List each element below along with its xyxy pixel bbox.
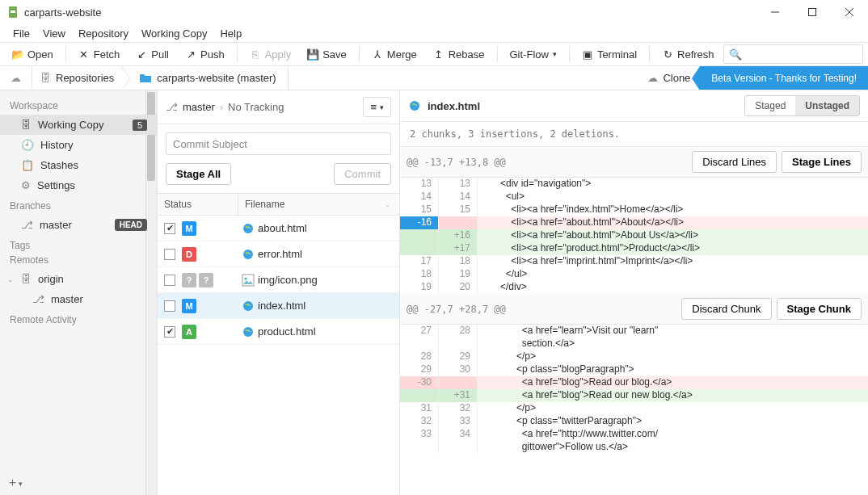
html-file-icon <box>242 300 255 313</box>
search-input[interactable]: 🔍 <box>723 44 863 64</box>
file-row[interactable]: Mabout.html <box>158 216 399 241</box>
breadcrumb-current-repo[interactable]: carparts-website (master) <box>123 66 288 90</box>
stage-checkbox[interactable] <box>164 300 175 312</box>
hunk-header-1: @@ -13,7 +13,8 @@ Discard Lines Stage Li… <box>400 147 868 178</box>
stage-checkbox[interactable] <box>164 249 175 260</box>
expand-icon[interactable]: ⌵ <box>8 275 12 283</box>
diff-line[interactable]: 3334 <a href="http://www.twitter.com/ <box>400 428 868 441</box>
app-icon <box>6 6 19 19</box>
terminal-button[interactable]: ▣Terminal <box>575 45 644 64</box>
sidebar-heading-workspace: Workspace <box>0 95 157 115</box>
refresh-icon: ↻ <box>662 48 673 60</box>
diff-line[interactable]: +16 <li><a href="about.html">About Us</a… <box>400 229 868 242</box>
stage-lines-button[interactable]: Stage Lines <box>782 151 862 173</box>
staged-unstaged-toggle[interactable]: Staged Unstaged <box>744 95 860 116</box>
gitflow-button[interactable]: Git-Flow ▾ <box>503 45 564 64</box>
file-row[interactable]: ??img/icon.png <box>158 267 399 293</box>
menu-working-copy[interactable]: Working Copy <box>135 26 213 41</box>
branch-icon: ⎇ <box>166 101 178 113</box>
close-button[interactable] <box>831 0 868 24</box>
tab-unstaged[interactable]: Unstaged <box>795 96 859 115</box>
pull-icon: ↙ <box>136 48 147 60</box>
sidebar-item-working-copy[interactable]: 🗄 Working Copy 5 <box>0 115 157 135</box>
hunk-2-code[interactable]: 2728 <a href="learn">Visit our "learn" s… <box>400 325 868 454</box>
fetch-button[interactable]: ✕Fetch <box>71 45 128 64</box>
menu-repository[interactable]: Repository <box>72 26 135 41</box>
diff-line[interactable]: 1819 </ul> <box>400 268 868 281</box>
diff-line[interactable]: 3233 <p class="twitterParagraph"> <box>400 415 868 428</box>
diff-panel: index.html Staged Unstaged 2 chunks, 3 i… <box>400 90 868 495</box>
maximize-button[interactable] <box>794 0 831 24</box>
diff-line[interactable]: 1313 <div id="navigation"> <box>400 178 868 191</box>
diff-line[interactable]: -30 <a href="blog">Read our blog.</a> <box>400 376 868 389</box>
sidebar-item-branch-master[interactable]: ⎇ master HEAD <box>0 215 157 235</box>
fetch-icon: ✕ <box>78 48 90 60</box>
diff-line[interactable]: +17 <li><a href="product.html">Product</… <box>400 242 868 255</box>
commit-button[interactable]: Commit <box>334 163 391 185</box>
rebase-button[interactable]: ↥Rebase <box>426 45 492 64</box>
discard-lines-button[interactable]: Discard Lines <box>692 151 777 173</box>
sidebar-item-stashes[interactable]: 📋Stashes <box>0 155 157 175</box>
merge-button[interactable]: ⅄Merge <box>364 45 424 64</box>
diff-line[interactable]: 1718 <li><a href="imprint.html">Imprint<… <box>400 255 868 268</box>
merge-icon: ⅄ <box>372 48 383 60</box>
file-row[interactable]: Aproduct.html <box>158 319 399 345</box>
diff-line[interactable]: 1414 <ul> <box>400 191 868 203</box>
diff-line[interactable]: 2728 <a href="learn">Visit our "learn" <box>400 325 868 338</box>
sidebar-item-remote-origin-master[interactable]: ⎇ master <box>0 289 157 309</box>
diff-line[interactable]: section.</a> <box>400 338 868 350</box>
menu-file[interactable]: File <box>6 26 36 41</box>
cloud-button[interactable]: ☁ <box>0 66 32 90</box>
stage-checkbox[interactable] <box>164 223 175 234</box>
diff-line[interactable]: 1515 <li><a href="index.html">Home</a></… <box>400 203 868 216</box>
file-row[interactable]: Derror.html <box>158 241 399 267</box>
status-badge: ? <box>182 273 196 287</box>
stage-all-button[interactable]: Stage All <box>166 163 231 185</box>
clone-button[interactable]: ☁Clone <box>638 66 700 90</box>
html-file-icon <box>242 248 255 261</box>
diff-line[interactable]: 3132 </p> <box>400 402 868 415</box>
working-copy-badge: 5 <box>133 120 147 131</box>
apply-button[interactable]: ⎘Apply <box>242 45 299 64</box>
sidebar-item-history[interactable]: 🕘History <box>0 135 157 155</box>
col-status[interactable]: Status <box>158 194 238 215</box>
diff-line[interactable]: 1920 </div> <box>400 281 868 294</box>
sidebar-item-settings[interactable]: ⚙Settings <box>0 175 157 195</box>
svg-point-10 <box>243 301 253 311</box>
minimize-button[interactable] <box>756 0 794 24</box>
list-options-button[interactable]: ≡▾ <box>363 97 391 117</box>
diff-line[interactable]: -16 <li><a href="about.html">About</a></… <box>400 216 868 229</box>
diff-line[interactable]: 2930 <p class="blogParagraph"> <box>400 363 868 376</box>
save-button[interactable]: 💾Save <box>300 45 354 64</box>
pull-button[interactable]: ↙Pull <box>129 45 176 64</box>
tab-staged[interactable]: Staged <box>745 96 795 115</box>
sidebar-item-remote-origin[interactable]: ⌵ 🗄 origin <box>0 269 157 289</box>
gear-icon: ⚙ <box>21 179 31 191</box>
hunk-1-code[interactable]: 1313 <div id="navigation">1414 <ul>1515 … <box>400 178 868 294</box>
menu-help[interactable]: Help <box>213 26 248 41</box>
tracking-label[interactable]: No Tracking <box>228 101 284 113</box>
diff-line[interactable]: gittower">Follow us.</a> <box>400 441 868 454</box>
commit-subject-input[interactable]: Commit Subject <box>166 132 391 155</box>
open-button[interactable]: 📂Open <box>5 45 61 64</box>
push-button[interactable]: ↗Push <box>178 45 232 64</box>
open-icon: 📂 <box>12 48 23 60</box>
chevron-down-icon[interactable]: ⌵ <box>386 200 390 208</box>
status-badge: ? <box>199 273 213 287</box>
diff-filename: index.html <box>428 100 738 112</box>
html-file-icon <box>408 99 421 112</box>
current-branch[interactable]: master <box>183 101 215 113</box>
discard-chunk-button[interactable]: Discard Chunk <box>681 298 771 320</box>
file-row[interactable]: Mindex.html <box>158 293 399 319</box>
stage-chunk-button[interactable]: Stage Chunk <box>777 298 862 320</box>
stage-checkbox[interactable] <box>164 275 175 286</box>
clipboard-icon: 📋 <box>21 159 34 171</box>
stage-checkbox[interactable] <box>164 326 175 338</box>
add-button[interactable]: ＋▾ <box>6 475 23 490</box>
col-filename[interactable]: Filename <box>245 199 284 210</box>
diff-line[interactable]: 2829 </p> <box>400 350 868 363</box>
menu-view[interactable]: View <box>36 26 72 41</box>
refresh-button[interactable]: ↻Refresh <box>655 45 722 64</box>
breadcrumb-repositories[interactable]: 🗄 Repositories <box>32 66 123 90</box>
diff-line[interactable]: +31 <a href="blog">Read our new blog.</a… <box>400 389 868 402</box>
